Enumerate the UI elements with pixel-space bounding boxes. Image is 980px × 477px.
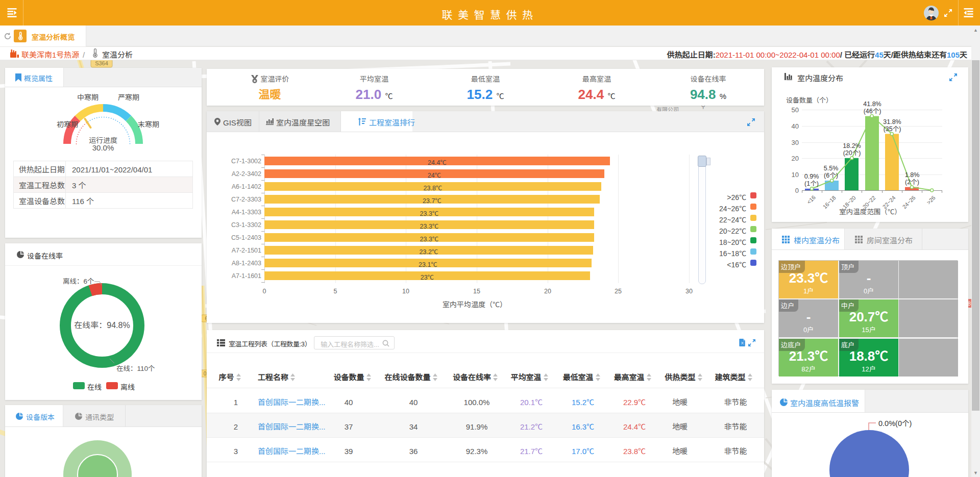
svg-text:40: 40 [792, 121, 799, 131]
svg-text:10: 10 [792, 169, 799, 179]
svg-text:(35个): (35个) [884, 123, 901, 133]
svg-text:16~18: 16~18 [821, 193, 838, 210]
svg-text:室内温度范围（℃）: 室内温度范围（℃） [839, 206, 901, 216]
svg-text:0: 0 [795, 185, 799, 195]
svg-text:<16: <16 [804, 193, 817, 206]
svg-text:30: 30 [792, 137, 799, 147]
svg-text:S364: S364 [95, 60, 108, 66]
svg-text:>26: >26 [924, 193, 937, 206]
svg-text:(2个): (2个) [905, 177, 919, 186]
svg-text:(46个): (46个) [864, 106, 881, 115]
svg-text:30.0%: 30.0% [92, 142, 114, 153]
svg-text:0.0%(0个): 0.0%(0个) [878, 417, 912, 428]
svg-text:(6个): (6个) [824, 170, 838, 180]
svg-text:(20个): (20个) [843, 147, 861, 157]
svg-text:末寒期: 末寒期 [138, 119, 159, 129]
svg-text:在线：110个: 在线：110个 [116, 363, 155, 373]
svg-text:20: 20 [792, 153, 799, 163]
svg-text:X: X [741, 341, 744, 345]
svg-text:在线率：94.8%: 在线率：94.8% [74, 318, 130, 331]
svg-text:初寒期: 初寒期 [57, 119, 78, 129]
svg-text:离线：6个: 离线：6个 [63, 275, 94, 286]
svg-text:严寒期: 严寒期 [118, 92, 139, 102]
svg-text:中寒期: 中寒期 [77, 92, 99, 102]
svg-text:24~26: 24~26 [900, 193, 917, 210]
svg-text:50: 50 [792, 105, 799, 114]
svg-text:(1个): (1个) [804, 178, 819, 188]
svg-text:设备数量（个）: 设备数量（个） [786, 95, 832, 105]
